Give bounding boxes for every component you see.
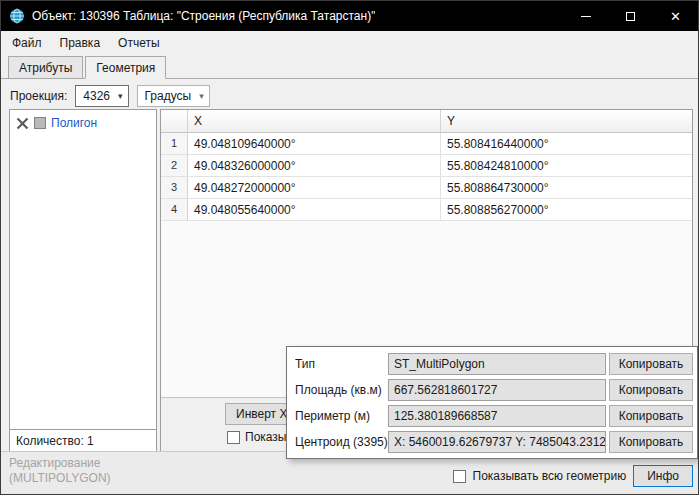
maximize-icon [626,12,635,21]
menu-item-file[interactable]: Файл [3,33,51,53]
perimeter-value-field[interactable]: 125.380189668587 [388,405,606,427]
menu-bar: Файл Правка Отчеты [1,31,698,54]
column-header-y[interactable]: Y [441,110,692,132]
centroid-label: Центроид (3395) [295,435,388,449]
info-button[interactable]: Инфо [633,465,693,487]
cell-x[interactable]: 49.048109640000° [188,133,441,154]
title-bar: Объект: 130396 Таблица: "Строения (Респу… [1,1,698,31]
type-label: Тип [295,357,388,371]
chevron-down-icon: ▾ [118,91,125,101]
window-controls: ✕ [563,1,698,31]
info-row-perimeter: Периметр (м) 125.380189668587 Копировать [295,405,693,427]
type-value-field[interactable]: ST_MultiPolygon [388,353,606,375]
show-all-geometry-checkbox[interactable] [453,470,466,483]
projection-value: 4326 [83,89,110,103]
tools-icon [16,117,29,130]
table-row: 4 49.048055640000° 55.808856270000° [161,199,692,221]
edit-mode-line2: (MULTIPOLYGON) [9,471,111,486]
close-icon: ✕ [670,10,681,23]
area-value-field[interactable]: 667.562818601727 [388,379,606,401]
row-number[interactable]: 2 [161,155,188,176]
polygon-swatch-icon [34,117,46,129]
tab-strip: Атрибуты Геометрия [8,56,168,79]
show-checkbox[interactable] [227,431,240,444]
statusbar-controls: Показывать всю геометрию Инфо [453,465,693,487]
row-number[interactable]: 1 [161,133,188,154]
cell-x[interactable]: 49.048326000000° [188,155,441,176]
info-row-type: Тип ST_MultiPolygon Копировать [295,353,693,375]
units-value: Градусы [145,89,192,103]
row-number[interactable]: 4 [161,199,188,220]
copy-area-button[interactable]: Копировать [609,379,693,401]
cell-y[interactable]: 55.808416440000° [441,133,692,154]
minimize-icon [581,16,591,17]
projection-combobox[interactable]: 4326 ▾ [75,85,128,107]
tree-item-polygon[interactable]: Полигон [10,110,156,136]
table-row: 3 49.048272000000° 55.808864730000° [161,177,692,199]
row-number-header [161,110,188,132]
table-header: X Y [161,110,692,133]
geometry-info-popup: Тип ST_MultiPolygon Копировать Площадь (… [286,346,698,459]
tree-item-label: Полигон [51,116,97,130]
cell-y[interactable]: 55.808856270000° [441,199,692,220]
cell-y[interactable]: 55.808864730000° [441,177,692,198]
menu-item-edit[interactable]: Правка [51,33,110,53]
edit-mode-line1: Редактирование [9,456,111,471]
centroid-value-field[interactable]: X: 5460019.62679737 Y: 7485043.2312051 [388,431,606,453]
perimeter-label: Периметр (м) [295,409,388,423]
copy-type-button[interactable]: Копировать [609,353,693,375]
tab-geometry[interactable]: Геометрия [85,56,166,79]
edit-mode-status: Редактирование (MULTIPOLYGON) [9,456,111,486]
app-window: Объект: 130396 Таблица: "Строения (Респу… [0,0,699,495]
tab-attributes[interactable]: Атрибуты [8,56,83,79]
maximize-button[interactable] [608,1,653,31]
table-row: 2 49.048326000000° 55.808424810000° [161,155,692,177]
globe-icon [9,8,25,24]
column-header-x[interactable]: X [188,110,441,132]
info-row-area: Площадь (кв.м) 667.562818601727 Копирова… [295,379,693,401]
show-checkbox-label: Показы [245,430,286,444]
geometry-tree-panel: Полигон Количество: 1 [9,109,157,452]
show-all-geometry-label[interactable]: Показывать всю геометрию [473,469,627,483]
toolbar: Проекция: 4326 ▾ Градусы ▾ [10,85,210,107]
cell-x[interactable]: 49.048055640000° [188,199,441,220]
copy-centroid-button[interactable]: Копировать [609,431,693,453]
units-combobox[interactable]: Градусы ▾ [137,85,210,107]
table-row: 1 49.048109640000° 55.808416440000° [161,133,692,155]
menu-item-reports[interactable]: Отчеты [109,33,168,53]
chevron-down-icon: ▾ [199,91,206,101]
window-title: Объект: 130396 Таблица: "Строения (Респу… [32,9,375,23]
minimize-button[interactable] [563,1,608,31]
cell-x[interactable]: 49.048272000000° [188,177,441,198]
close-button[interactable]: ✕ [653,1,698,31]
copy-perimeter-button[interactable]: Копировать [609,405,693,427]
projection-label: Проекция: [10,89,67,103]
area-label: Площадь (кв.м) [295,383,388,397]
show-checkbox-row: Показы [227,430,286,444]
info-row-centroid: Центроид (3395) X: 5460019.62679737 Y: 7… [295,431,693,453]
count-label: Количество: 1 [10,429,156,451]
row-number[interactable]: 3 [161,177,188,198]
cell-y[interactable]: 55.808424810000° [441,155,692,176]
